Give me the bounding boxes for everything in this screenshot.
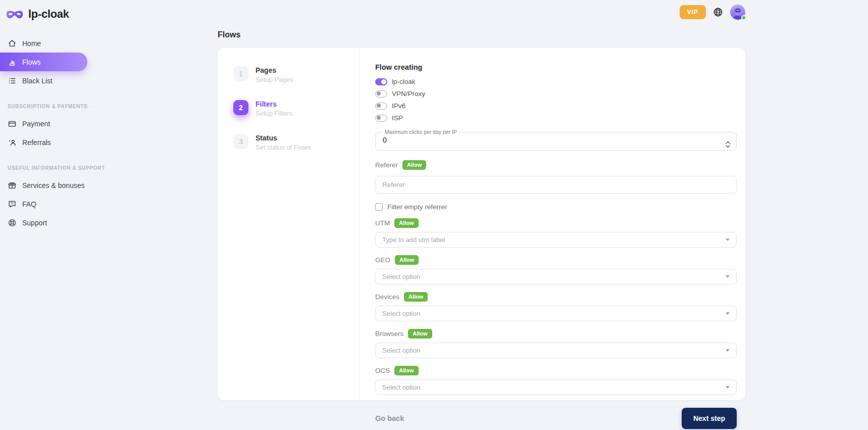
sidebar-item-label: Black List <box>22 77 53 85</box>
referer-allow-badge: Allow <box>402 160 426 170</box>
referer-input[interactable] <box>375 176 737 194</box>
devices-select[interactable]: Select option <box>375 306 737 321</box>
sidebar-item-label: FAQ <box>22 200 36 208</box>
caret-down-icon <box>726 312 730 315</box>
mask-icon <box>6 9 24 20</box>
filter-empty-referrer-row[interactable]: Filter empty referrer <box>375 203 737 211</box>
sidebar-item-payment[interactable]: Payment <box>0 114 87 133</box>
globe-icon[interactable] <box>712 7 724 18</box>
sidebar-item-home[interactable]: Home <box>0 34 87 53</box>
unfold-more-icon[interactable] <box>725 140 731 149</box>
toggle-vpn-proxy[interactable]: VPN/Proxy <box>375 90 737 98</box>
sidebar-item-referrals[interactable]: Referrals <box>0 133 87 152</box>
brand-name: lp-cloak <box>28 8 69 21</box>
list-icon <box>8 76 17 85</box>
avatar[interactable] <box>730 5 745 20</box>
max-clicks-field: Maximum clicks per day per IP <box>375 129 737 151</box>
devices-group: Devices Allow Select option <box>375 292 737 321</box>
person-star-icon <box>8 138 17 147</box>
step-number: 2 <box>233 100 248 115</box>
toggle-switch-off[interactable] <box>375 115 387 122</box>
caret-down-icon <box>726 386 730 389</box>
logo[interactable]: lp-cloak <box>0 0 101 21</box>
gift-icon <box>8 181 17 190</box>
page-title: Flows <box>218 30 745 39</box>
ocs-group: OCS Allow Select option <box>375 366 737 395</box>
step-subtitle: Setup Pages <box>256 76 293 83</box>
flow-card: 1 Pages Setup Pages 2 Filters Setup Filt… <box>218 48 745 400</box>
sidebar-item-label: Payment <box>22 120 50 128</box>
step-number: 3 <box>233 134 248 149</box>
caret-down-icon <box>726 275 730 278</box>
step-pages[interactable]: 1 Pages Setup Pages <box>233 66 360 83</box>
caret-down-icon <box>726 349 730 352</box>
toggle-switch-off[interactable] <box>375 90 387 98</box>
faq-bubble-icon: ?! <box>8 200 17 209</box>
go-back-button[interactable]: Go back <box>375 414 404 422</box>
sidebar-item-label: Services & bonuses <box>22 181 85 189</box>
geo-allow-badge: Allow <box>395 255 419 265</box>
step-title: Status <box>256 134 311 142</box>
sidebar: lp-cloak Home Flows <box>0 0 101 430</box>
sidebar-item-label: Flows <box>22 58 41 66</box>
browsers-select[interactable]: Select option <box>375 343 737 358</box>
sidebar-item-black-list[interactable]: Black List <box>0 71 87 90</box>
sidebar-item-flows[interactable]: Flows <box>0 53 87 71</box>
max-clicks-label: Maximum clicks per day per IP <box>383 129 459 135</box>
lifebuoy-icon <box>8 218 17 227</box>
ocs-allow-badge: Allow <box>394 366 418 375</box>
topbar-right: VIP <box>680 5 745 20</box>
home-icon <box>8 39 17 48</box>
sidebar-item-faq[interactable]: ?! FAQ <box>0 195 87 213</box>
referer-label: Referer <box>375 161 398 169</box>
toggle-switch-on[interactable] <box>375 78 387 85</box>
toggle-lp-cloak[interactable]: lp-cloak <box>375 78 737 85</box>
geo-group: GEO Allow Select option <box>375 255 737 284</box>
devices-label: Devices <box>375 293 399 301</box>
utm-group: UTM Allow Type to add utm label <box>375 218 737 248</box>
step-filters[interactable]: 2 Filters Setup Filters <box>233 100 360 117</box>
next-step-button[interactable]: Next step <box>682 408 737 429</box>
geo-label: GEO <box>375 256 390 264</box>
flow-form: Flow creating lp-cloak VPN/Proxy IPv6 IS… <box>360 48 745 400</box>
sidebar-section-subscription: SUBSCRIPTION & PAYMENTS <box>8 104 101 109</box>
caret-down-icon <box>726 238 730 241</box>
step-subtitle: Setup Filters <box>256 110 292 117</box>
max-clicks-input[interactable] <box>382 135 713 146</box>
utm-label: UTM <box>375 219 390 227</box>
main-content: Flows 1 Pages Setup Pages 2 Filters Setu… <box>218 30 745 400</box>
form-title: Flow creating <box>375 63 737 71</box>
form-footer: Go back Next step <box>375 408 737 429</box>
sidebar-item-services[interactable]: Services & bonuses <box>0 176 87 195</box>
toggle-isp[interactable]: ISP <box>375 114 737 122</box>
credit-card-icon <box>8 119 17 128</box>
sidebar-item-label: Support <box>22 219 47 227</box>
vip-button[interactable]: VIP <box>680 5 706 19</box>
svg-text:?!: ?! <box>11 202 14 205</box>
utm-select[interactable]: Type to add utm label <box>375 232 737 248</box>
ocs-select[interactable]: Select option <box>375 379 737 395</box>
online-status-dot <box>741 15 746 20</box>
steps-panel: 1 Pages Setup Pages 2 Filters Setup Filt… <box>218 48 360 400</box>
toggle-switch-off[interactable] <box>375 103 387 110</box>
sidebar-nav: Home Flows Black List SUBSCRIP <box>0 34 101 232</box>
geo-select[interactable]: Select option <box>375 269 737 284</box>
utm-allow-badge: Allow <box>394 218 418 228</box>
ocs-label: OCS <box>375 367 390 374</box>
step-number: 1 <box>233 66 248 81</box>
referer-label-row: Referer Allow <box>375 160 737 170</box>
step-title: Filters <box>256 100 292 109</box>
step-status[interactable]: 3 Status Set status of Flows <box>233 134 360 151</box>
browsers-group: Browsers Allow Select option <box>375 329 737 358</box>
sidebar-item-label: Referrals <box>22 138 51 147</box>
sidebar-section-support: USEFUL INFORMATION & SUPPORT <box>8 165 101 171</box>
browsers-allow-badge: Allow <box>408 329 432 339</box>
sidebar-item-label: Home <box>22 39 41 47</box>
browsers-label: Browsers <box>375 330 403 338</box>
step-subtitle: Set status of Flows <box>256 144 311 151</box>
sidebar-item-support[interactable]: Support <box>0 213 87 232</box>
stack-icon <box>8 58 17 67</box>
toggle-ipv6[interactable]: IPv6 <box>375 102 737 110</box>
devices-allow-badge: Allow <box>404 292 428 302</box>
filter-empty-referrer-checkbox[interactable] <box>375 203 383 211</box>
